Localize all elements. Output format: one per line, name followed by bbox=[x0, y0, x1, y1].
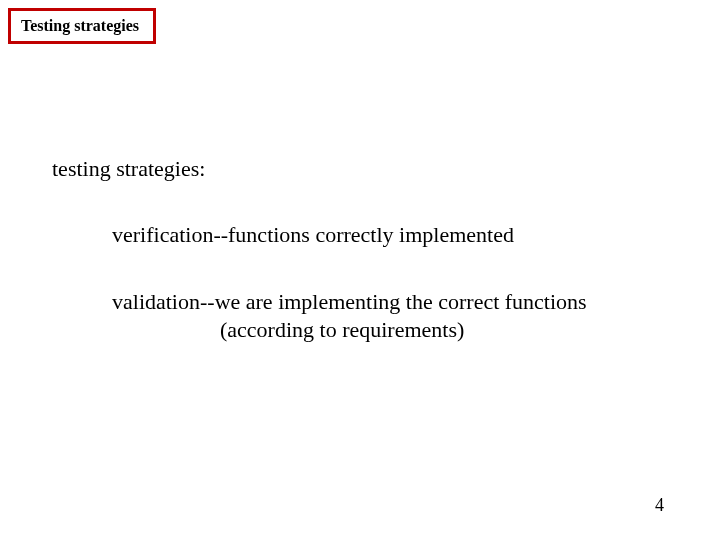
bullet-verification: verification--functions correctly implem… bbox=[112, 222, 514, 248]
bullet-validation-line2: (according to requirements) bbox=[112, 316, 587, 344]
slide-title-box: Testing strategies bbox=[8, 8, 156, 44]
page-number: 4 bbox=[655, 495, 664, 516]
section-heading: testing strategies: bbox=[52, 156, 205, 182]
bullet-validation-line1: validation--we are implementing the corr… bbox=[112, 288, 587, 316]
slide-title: Testing strategies bbox=[21, 17, 139, 34]
bullet-validation: validation--we are implementing the corr… bbox=[112, 288, 587, 343]
